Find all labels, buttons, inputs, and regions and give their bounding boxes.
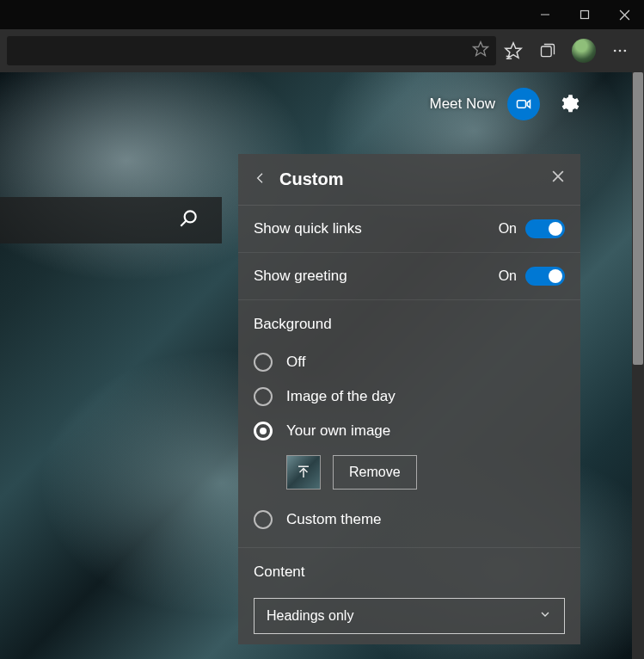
background-section-title: Background <box>238 300 580 345</box>
address-bar[interactable] <box>7 36 496 65</box>
svg-point-11 <box>624 50 627 52</box>
image-thumbnail[interactable] <box>286 455 321 490</box>
meet-now-button[interactable] <box>507 88 540 120</box>
greeting-row: Show greeting On <box>238 253 580 300</box>
bg-own-label: Your own image <box>286 422 390 440</box>
bg-option-custom-theme[interactable]: Custom theme <box>238 496 580 537</box>
own-image-controls: Remove <box>238 448 580 496</box>
close-window-button[interactable] <box>604 0 644 29</box>
greeting-label: Show greeting <box>254 268 347 285</box>
content-selected: Headings only <box>267 608 353 624</box>
svg-line-15 <box>181 221 186 226</box>
svg-marker-13 <box>527 101 530 108</box>
page-settings-button[interactable] <box>552 88 585 120</box>
panel-title: Custom <box>279 169 343 189</box>
content-section-title: Content <box>238 548 580 593</box>
collections-icon[interactable] <box>531 34 565 68</box>
svg-point-10 <box>619 50 622 52</box>
bg-option-off[interactable]: Off <box>238 345 580 379</box>
page-top-actions: Meet Now <box>429 88 585 120</box>
bg-option-own-image[interactable]: Your own image <box>238 414 580 448</box>
bg-option-image-of-day[interactable]: Image of the day <box>238 379 580 414</box>
remove-image-button[interactable]: Remove <box>333 455 417 490</box>
svg-rect-8 <box>542 46 552 57</box>
svg-rect-12 <box>518 101 526 108</box>
svg-marker-5 <box>506 43 521 58</box>
svg-point-14 <box>185 211 196 222</box>
quick-links-state: On <box>499 221 517 237</box>
panel-header: Custom <box>238 154 580 206</box>
radio-icon-selected <box>254 422 273 440</box>
window-titlebar <box>0 0 644 29</box>
svg-marker-4 <box>474 42 488 56</box>
back-icon[interactable] <box>254 171 267 188</box>
more-menu-icon[interactable] <box>603 34 637 68</box>
quick-links-row: Show quick links On <box>238 206 580 253</box>
favorite-star-icon[interactable] <box>472 40 489 61</box>
svg-rect-1 <box>581 11 589 19</box>
meet-now-label[interactable]: Meet Now <box>429 95 495 113</box>
content-dropdown[interactable]: Headings only <box>254 598 565 634</box>
browser-toolbar <box>0 29 644 72</box>
favorites-list-icon[interactable] <box>496 34 531 68</box>
bg-off-label: Off <box>286 354 305 371</box>
svg-point-9 <box>614 50 616 52</box>
page-scrollbar[interactable] <box>632 72 644 659</box>
radio-icon <box>254 387 273 406</box>
search-icon <box>177 207 199 233</box>
greeting-toggle[interactable] <box>525 267 565 286</box>
search-box[interactable] <box>0 197 222 243</box>
radio-icon <box>254 353 273 372</box>
remove-label: Remove <box>349 465 401 480</box>
scrollbar-thumb[interactable] <box>633 72 643 365</box>
quick-links-toggle[interactable] <box>525 219 565 238</box>
bg-custom-theme-label: Custom theme <box>286 511 382 528</box>
quick-links-label: Show quick links <box>254 220 362 237</box>
greeting-state: On <box>499 268 517 284</box>
maximize-button[interactable] <box>565 0 604 29</box>
bg-iod-label: Image of the day <box>286 388 396 405</box>
custom-settings-panel: Custom Show quick links On Show greeting… <box>238 154 580 644</box>
minimize-button[interactable] <box>525 0 565 29</box>
new-tab-page: Meet Now Custom Show quick links On <box>0 72 632 659</box>
radio-icon <box>254 510 273 529</box>
chevron-down-icon <box>538 607 552 625</box>
profile-avatar[interactable] <box>572 39 596 63</box>
close-panel-icon[interactable] <box>546 164 570 188</box>
